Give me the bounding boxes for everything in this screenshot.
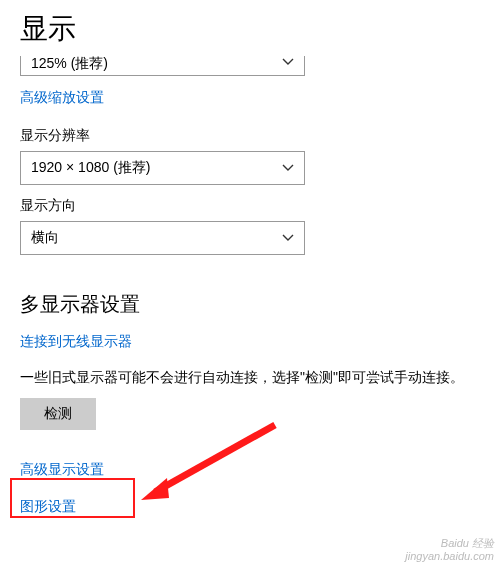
multi-display-section-title: 多显示器设置 xyxy=(20,291,480,318)
legacy-display-desc: 一些旧式显示器可能不会进行自动连接，选择"检测"即可尝试手动连接。 xyxy=(20,367,480,388)
watermark: Baidu 经验 jingyan.baidu.com xyxy=(405,537,494,563)
connect-wireless-link[interactable]: 连接到无线显示器 xyxy=(20,333,132,351)
advanced-display-link[interactable]: 高级显示设置 xyxy=(20,461,104,479)
scale-dropdown[interactable]: 125% (推荐) xyxy=(20,56,305,76)
orientation-label: 显示方向 xyxy=(20,197,480,215)
chevron-down-icon xyxy=(282,232,294,244)
page-title: 显示 xyxy=(20,10,480,48)
orientation-value: 横向 xyxy=(31,229,59,247)
resolution-label: 显示分辨率 xyxy=(20,127,480,145)
detect-button[interactable]: 检测 xyxy=(20,398,96,430)
graphics-settings-link[interactable]: 图形设置 xyxy=(20,498,76,516)
chevron-down-icon xyxy=(282,162,294,174)
advanced-scaling-link[interactable]: 高级缩放设置 xyxy=(20,89,104,107)
chevron-down-icon xyxy=(282,56,294,68)
watermark-line1: Baidu 经验 xyxy=(405,537,494,550)
resolution-value: 1920 × 1080 (推荐) xyxy=(31,159,150,177)
resolution-dropdown[interactable]: 1920 × 1080 (推荐) xyxy=(20,151,305,185)
orientation-dropdown[interactable]: 横向 xyxy=(20,221,305,255)
watermark-line2: jingyan.baidu.com xyxy=(405,550,494,563)
scale-value: 125% (推荐) xyxy=(31,56,108,70)
